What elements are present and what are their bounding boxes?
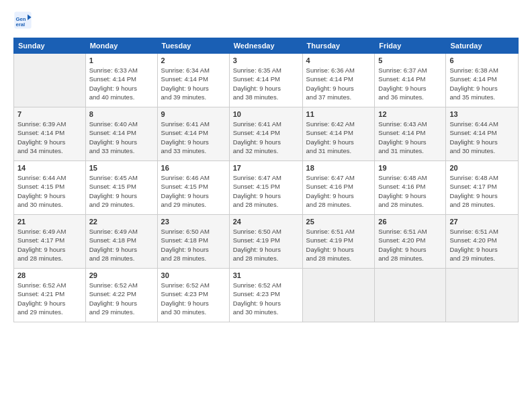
day-info: Sunrise: 6:52 AM Sunset: 4:23 PM Dayligh… <box>161 281 226 316</box>
day-info: Sunrise: 6:44 AM Sunset: 4:15 PM Dayligh… <box>17 173 82 209</box>
day-info: Sunrise: 6:41 AM Sunset: 4:14 PM Dayligh… <box>161 120 226 155</box>
calendar-cell: 3Sunrise: 6:35 AM Sunset: 4:14 PM Daylig… <box>229 54 302 107</box>
day-number: 5 <box>378 56 442 64</box>
day-number: 8 <box>89 110 154 118</box>
day-info: Sunrise: 6:52 AM Sunset: 4:21 PM Dayligh… <box>17 281 82 316</box>
calendar-cell: 25Sunrise: 6:51 AM Sunset: 4:19 PM Dayli… <box>302 215 375 269</box>
calendar-week-row: 1Sunrise: 6:33 AM Sunset: 4:14 PM Daylig… <box>14 54 519 107</box>
calendar-table: SundayMondayTuesdayWednesdayThursdayFrid… <box>13 38 519 322</box>
calendar-cell: 16Sunrise: 6:46 AM Sunset: 4:15 PM Dayli… <box>157 161 229 215</box>
day-number: 3 <box>233 56 299 64</box>
day-info: Sunrise: 6:46 AM Sunset: 4:15 PM Dayligh… <box>161 173 226 209</box>
day-info: Sunrise: 6:52 AM Sunset: 4:23 PM Dayligh… <box>233 281 299 316</box>
svg-text:eral: eral <box>16 21 26 28</box>
calendar-week-row: 21Sunrise: 6:49 AM Sunset: 4:17 PM Dayli… <box>14 215 519 269</box>
calendar-week-row: 14Sunrise: 6:44 AM Sunset: 4:15 PM Dayli… <box>14 161 519 215</box>
logo: Gen eral <box>13 11 35 30</box>
day-number: 13 <box>449 110 515 118</box>
calendar-cell: 31Sunrise: 6:52 AM Sunset: 4:23 PM Dayli… <box>229 269 302 322</box>
calendar-cell: 11Sunrise: 6:42 AM Sunset: 4:14 PM Dayli… <box>302 107 375 161</box>
day-number: 10 <box>233 110 299 118</box>
calendar-cell: 1Sunrise: 6:33 AM Sunset: 4:14 PM Daylig… <box>85 54 157 107</box>
calendar-week-row: 28Sunrise: 6:52 AM Sunset: 4:21 PM Dayli… <box>14 269 519 322</box>
day-info: Sunrise: 6:51 AM Sunset: 4:19 PM Dayligh… <box>306 227 371 263</box>
day-info: Sunrise: 6:44 AM Sunset: 4:14 PM Dayligh… <box>449 120 515 155</box>
day-number: 15 <box>89 164 154 172</box>
day-number: 14 <box>17 164 82 172</box>
calendar-cell: 10Sunrise: 6:41 AM Sunset: 4:14 PM Dayli… <box>229 107 302 161</box>
calendar-cell: 4Sunrise: 6:36 AM Sunset: 4:14 PM Daylig… <box>302 54 375 107</box>
calendar-cell: 5Sunrise: 6:37 AM Sunset: 4:14 PM Daylig… <box>375 54 446 107</box>
day-number: 27 <box>449 218 515 226</box>
calendar-cell <box>446 269 519 322</box>
day-number: 2 <box>161 56 226 64</box>
day-number: 20 <box>449 164 515 172</box>
day-number: 31 <box>233 271 299 279</box>
day-info: Sunrise: 6:52 AM Sunset: 4:22 PM Dayligh… <box>89 281 154 316</box>
calendar-cell: 29Sunrise: 6:52 AM Sunset: 4:22 PM Dayli… <box>85 269 157 322</box>
calendar-cell: 8Sunrise: 6:40 AM Sunset: 4:14 PM Daylig… <box>85 107 157 161</box>
day-info: Sunrise: 6:36 AM Sunset: 4:14 PM Dayligh… <box>306 66 371 101</box>
calendar-cell: 17Sunrise: 6:47 AM Sunset: 4:15 PM Dayli… <box>229 161 302 215</box>
weekday-header-sunday: Sunday <box>14 38 86 54</box>
weekday-header-tuesday: Tuesday <box>157 38 229 54</box>
day-info: Sunrise: 6:34 AM Sunset: 4:14 PM Dayligh… <box>161 66 226 101</box>
calendar-cell: 21Sunrise: 6:49 AM Sunset: 4:17 PM Dayli… <box>14 215 86 269</box>
day-info: Sunrise: 6:50 AM Sunset: 4:19 PM Dayligh… <box>233 227 299 263</box>
day-number: 17 <box>233 164 299 172</box>
calendar-cell: 18Sunrise: 6:47 AM Sunset: 4:16 PM Dayli… <box>302 161 375 215</box>
day-info: Sunrise: 6:48 AM Sunset: 4:16 PM Dayligh… <box>378 173 442 209</box>
day-info: Sunrise: 6:42 AM Sunset: 4:14 PM Dayligh… <box>306 120 371 155</box>
day-number: 26 <box>378 218 442 226</box>
calendar-cell <box>302 269 375 322</box>
calendar-cell: 15Sunrise: 6:45 AM Sunset: 4:15 PM Dayli… <box>85 161 157 215</box>
weekday-header-monday: Monday <box>85 38 157 54</box>
day-number: 30 <box>161 271 226 279</box>
calendar-cell: 27Sunrise: 6:51 AM Sunset: 4:20 PM Dayli… <box>446 215 519 269</box>
weekday-header-wednesday: Wednesday <box>229 38 302 54</box>
calendar-cell: 26Sunrise: 6:51 AM Sunset: 4:20 PM Dayli… <box>375 215 446 269</box>
day-number: 11 <box>306 110 371 118</box>
header: Gen eral <box>13 11 519 30</box>
calendar-cell: 23Sunrise: 6:50 AM Sunset: 4:18 PM Dayli… <box>157 215 229 269</box>
calendar-week-row: 7Sunrise: 6:39 AM Sunset: 4:14 PM Daylig… <box>14 107 519 161</box>
weekday-header-saturday: Saturday <box>446 38 519 54</box>
day-info: Sunrise: 6:48 AM Sunset: 4:17 PM Dayligh… <box>449 173 515 209</box>
calendar-cell: 20Sunrise: 6:48 AM Sunset: 4:17 PM Dayli… <box>446 161 519 215</box>
day-info: Sunrise: 6:41 AM Sunset: 4:14 PM Dayligh… <box>233 120 299 155</box>
day-info: Sunrise: 6:38 AM Sunset: 4:14 PM Dayligh… <box>449 66 515 101</box>
calendar-cell: 24Sunrise: 6:50 AM Sunset: 4:19 PM Dayli… <box>229 215 302 269</box>
weekday-header-thursday: Thursday <box>302 38 375 54</box>
calendar-cell: 19Sunrise: 6:48 AM Sunset: 4:16 PM Dayli… <box>375 161 446 215</box>
day-number: 23 <box>161 218 226 226</box>
day-number: 6 <box>449 56 515 64</box>
calendar-cell: 28Sunrise: 6:52 AM Sunset: 4:21 PM Dayli… <box>14 269 86 322</box>
weekday-header-friday: Friday <box>375 38 446 54</box>
day-number: 22 <box>89 218 154 226</box>
calendar-cell: 22Sunrise: 6:49 AM Sunset: 4:18 PM Dayli… <box>85 215 157 269</box>
calendar-cell <box>14 54 86 107</box>
day-number: 19 <box>378 164 442 172</box>
day-info: Sunrise: 6:37 AM Sunset: 4:14 PM Dayligh… <box>378 66 442 101</box>
day-info: Sunrise: 6:50 AM Sunset: 4:18 PM Dayligh… <box>161 227 226 263</box>
day-info: Sunrise: 6:33 AM Sunset: 4:14 PM Dayligh… <box>89 66 154 101</box>
page: Gen eral SundayMondayTuesdayWednesdayThu… <box>0 0 532 411</box>
day-number: 7 <box>17 110 82 118</box>
day-info: Sunrise: 6:45 AM Sunset: 4:15 PM Dayligh… <box>89 173 154 209</box>
day-number: 12 <box>378 110 442 118</box>
day-info: Sunrise: 6:39 AM Sunset: 4:14 PM Dayligh… <box>17 120 82 155</box>
day-info: Sunrise: 6:47 AM Sunset: 4:16 PM Dayligh… <box>306 173 371 209</box>
day-info: Sunrise: 6:51 AM Sunset: 4:20 PM Dayligh… <box>378 227 442 263</box>
day-number: 16 <box>161 164 226 172</box>
logo-icon: Gen eral <box>13 11 32 30</box>
calendar-cell: 6Sunrise: 6:38 AM Sunset: 4:14 PM Daylig… <box>446 54 519 107</box>
calendar-cell: 14Sunrise: 6:44 AM Sunset: 4:15 PM Dayli… <box>14 161 86 215</box>
day-number: 28 <box>17 271 82 279</box>
day-info: Sunrise: 6:49 AM Sunset: 4:18 PM Dayligh… <box>89 227 154 263</box>
calendar-cell: 30Sunrise: 6:52 AM Sunset: 4:23 PM Dayli… <box>157 269 229 322</box>
calendar-cell: 7Sunrise: 6:39 AM Sunset: 4:14 PM Daylig… <box>14 107 86 161</box>
day-number: 1 <box>89 56 154 64</box>
day-info: Sunrise: 6:51 AM Sunset: 4:20 PM Dayligh… <box>449 227 515 263</box>
calendar-cell: 13Sunrise: 6:44 AM Sunset: 4:14 PM Dayli… <box>446 107 519 161</box>
day-number: 9 <box>161 110 226 118</box>
